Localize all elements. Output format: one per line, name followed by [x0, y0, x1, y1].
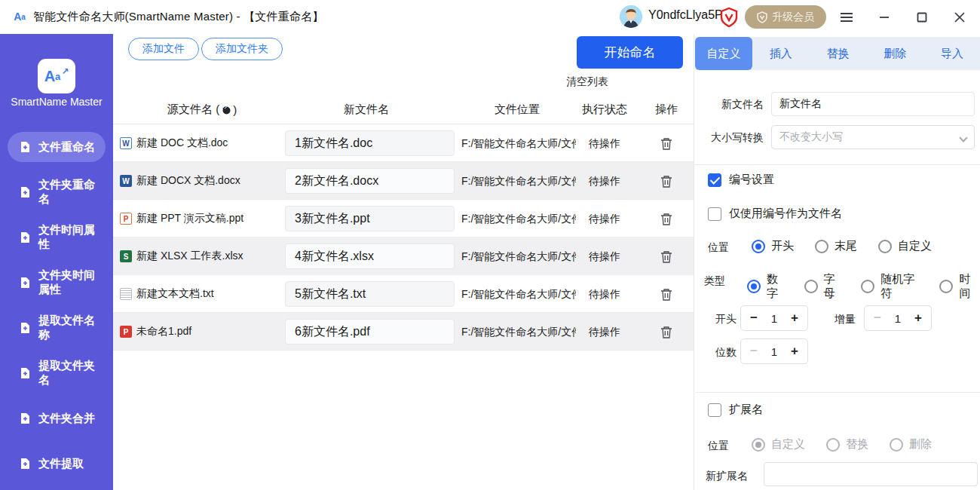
minus-icon[interactable]: −	[871, 311, 884, 326]
plus-icon[interactable]: +	[789, 311, 801, 326]
delete-row-icon[interactable]	[660, 137, 672, 150]
only-number-checkbox[interactable]: 仅使用编号作为文件名	[708, 207, 842, 221]
table-row: 新建文本文档.txt F:/智能文件命名大师/文件/新 待操作	[113, 275, 694, 313]
case-convert-select[interactable]: 不改变大小写	[771, 125, 975, 149]
radio-selected-icon[interactable]	[752, 240, 765, 253]
radio-ext-custom[interactable]: 自定义	[752, 437, 805, 452]
start-rename-button[interactable]: 开始命名	[577, 36, 683, 69]
new-name-input[interactable]	[285, 168, 455, 194]
sidebar-item-label: 提取文件名称	[38, 314, 106, 342]
add-folder-button[interactable]: 添加文件夹	[201, 38, 283, 60]
panel-tabbar: 自定义 插入 替换 删除 导入	[695, 37, 980, 70]
radio-icon[interactable]	[939, 280, 953, 293]
delete-row-icon[interactable]	[660, 175, 672, 188]
clear-list-button[interactable]: 清空列表	[566, 75, 608, 89]
radio-type-time[interactable]: 时间	[939, 272, 980, 301]
minus-icon[interactable]: −	[748, 344, 760, 359]
maximize-icon[interactable]	[914, 9, 930, 26]
new-name-input[interactable]	[285, 319, 455, 345]
radio-icon[interactable]	[804, 280, 818, 293]
plus-icon[interactable]: +	[789, 344, 801, 359]
radio-type-letter[interactable]: 字母	[804, 272, 845, 301]
add-file-button[interactable]: 添加文件	[128, 38, 199, 60]
checkbox-checked-icon[interactable]	[708, 173, 721, 187]
checkbox-unchecked-icon[interactable]	[708, 403, 721, 417]
file-location: F:/智能文件命名大师/文件/新	[461, 250, 576, 264]
status-text: 待操作	[574, 175, 635, 188]
radio-disabled-icon[interactable]	[826, 438, 840, 452]
sort-icon[interactable]	[222, 106, 231, 115]
txt-icon	[120, 288, 132, 300]
sidebar-item-extract-filename[interactable]: 提取文件名称	[8, 313, 106, 343]
delete-row-icon[interactable]	[660, 326, 672, 338]
sidebar-item-file-rename[interactable]: 文件重命名	[8, 132, 106, 162]
titlebar: Aa 智能文件命名大师(SmartName Master) - 【文件重命名】 …	[0, 0, 980, 34]
new-name-input[interactable]	[285, 206, 455, 231]
position-radio-group: 开头 末尾 自定义	[752, 239, 932, 253]
radio-icon[interactable]	[815, 240, 828, 253]
extension-checkbox[interactable]: 扩展名	[708, 403, 763, 417]
sidebar-item-file-time[interactable]: 文件时间属性	[8, 222, 106, 253]
upgrade-vip-button[interactable]: 升级会员	[745, 5, 826, 29]
new-name-input[interactable]	[285, 243, 455, 269]
increment-value[interactable]: 1	[895, 312, 901, 325]
table-row: W 新建 DOCX 文档.docx F:/智能文件命名大师/文件/新 待操作	[113, 162, 694, 200]
tab-delete[interactable]: 删除	[866, 37, 923, 70]
sidebar-item-folder-merge[interactable]: 文件夹合并	[8, 403, 106, 433]
radio-type-number[interactable]: 数字	[747, 272, 788, 301]
digits-label: 位数	[715, 346, 737, 360]
minus-icon[interactable]: −	[748, 311, 760, 326]
source-filename: 新建文本文档.txt	[136, 287, 214, 301]
close-icon[interactable]	[951, 9, 968, 26]
radio-ext-replace[interactable]: 替换	[826, 437, 868, 452]
user-avatar[interactable]	[620, 5, 642, 28]
sidebar-item-file-extract[interactable]: 文件提取	[8, 449, 106, 479]
radio-ext-delete[interactable]: 删除	[890, 437, 932, 452]
delete-row-icon[interactable]	[660, 213, 672, 225]
tab-insert[interactable]: 插入	[752, 37, 810, 70]
radio-selected-icon[interactable]	[747, 280, 761, 293]
sidebar-item-label: 文件夹合并	[38, 412, 95, 426]
menu-icon[interactable]	[838, 9, 855, 26]
upgrade-label: 升级会员	[772, 11, 814, 24]
column-status: 执行状态	[582, 103, 627, 117]
new-ext-input[interactable]	[764, 462, 978, 486]
tab-import[interactable]: 导入	[923, 37, 980, 70]
panel-new-name-input[interactable]	[771, 92, 975, 116]
digits-value[interactable]: 1	[771, 345, 777, 358]
delete-row-icon[interactable]	[660, 250, 672, 263]
radio-position-custom[interactable]: 自定义	[878, 239, 932, 253]
divider	[695, 164, 980, 165]
radio-position-start[interactable]: 开头	[752, 239, 794, 253]
tab-custom[interactable]: 自定义	[695, 37, 752, 70]
numbering-checkbox[interactable]: 编号设置	[708, 173, 774, 187]
ext-position-radio-group: 自定义 替换 删除	[752, 437, 932, 452]
sidebar-item-folder-rename[interactable]: 文件夹重命名	[8, 177, 106, 207]
new-name-input[interactable]	[285, 281, 455, 307]
radio-disabled-selected-icon[interactable]	[752, 438, 765, 452]
status-text: 待操作	[574, 213, 635, 226]
radio-disabled-icon[interactable]	[890, 438, 903, 452]
tab-replace[interactable]: 替换	[810, 37, 867, 70]
radio-position-end[interactable]: 末尾	[815, 239, 857, 253]
radio-icon[interactable]	[861, 280, 874, 293]
start-number-value[interactable]: 1	[771, 312, 777, 325]
sidebar-nav: 文件重命名 文件夹重命名 文件时间属性 文件夹时间属性 提取文件名称 提取文件夹…	[0, 132, 113, 490]
table-row: P 未命名1.pdf F:/智能文件命名大师/文件/未 待操作	[113, 313, 694, 351]
sidebar-item-folder-time[interactable]: 文件夹时间属性	[8, 268, 106, 298]
numbering-label: 编号设置	[729, 173, 774, 187]
delete-row-icon[interactable]	[660, 288, 672, 301]
extension-label: 扩展名	[729, 403, 763, 417]
checkbox-unchecked-icon[interactable]	[708, 207, 721, 221]
column-action: 操作	[655, 103, 678, 117]
minimize-icon[interactable]	[876, 9, 893, 26]
word-doc-icon: W	[120, 137, 132, 149]
plus-icon[interactable]: +	[912, 311, 924, 326]
table-row: S 新建 XLSX 工作表.xlsx F:/智能文件命名大师/文件/新 待操作	[113, 237, 694, 275]
start-number-stepper: − 1 +	[740, 305, 808, 331]
radio-type-random[interactable]: 随机字符	[861, 272, 923, 301]
sidebar-item-extract-foldername[interactable]: 提取文件夹名	[8, 358, 106, 388]
source-filename: 新建 PPT 演示文稿.ppt	[136, 212, 243, 225]
new-name-input[interactable]	[285, 130, 455, 156]
radio-icon[interactable]	[878, 240, 892, 253]
